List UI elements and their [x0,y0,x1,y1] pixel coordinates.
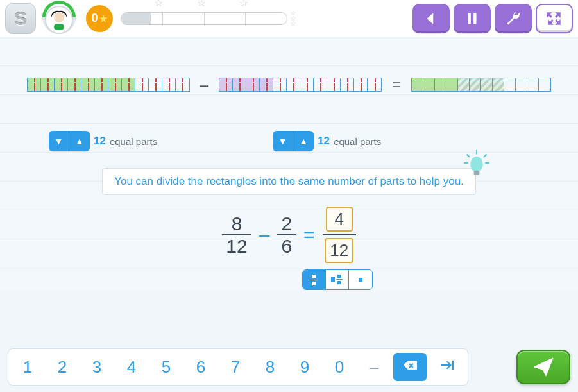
app-logo: S [5,3,36,34]
svg-line-5 [467,155,470,157]
svg-rect-17 [337,281,341,284]
parts-stepper-2: ▼ ▲ 12 equal parts [273,131,381,151]
svg-rect-2 [468,13,471,24]
denominator: 6 [277,235,296,257]
key-2[interactable]: 2 [47,353,78,381]
pause-button[interactable] [454,4,491,33]
fullscreen-button[interactable] [536,4,573,33]
fraction-icon [310,274,318,285]
key-minus[interactable]: – [359,353,389,381]
hint-text: You can divide the rectangles into the s… [102,168,476,195]
key-tab[interactable] [430,353,464,381]
key-6[interactable]: 6 [185,353,216,381]
decrease-button[interactable]: ▼ [273,131,293,151]
svg-rect-15 [337,275,341,278]
key-0[interactable]: 0 [324,353,355,381]
number-keypad: 1234567890– [8,348,468,386]
lightbulb-icon[interactable] [463,150,491,178]
key-4[interactable]: 4 [116,353,147,381]
mode-mixed-button[interactable] [326,270,349,289]
paper-plane-icon [532,355,555,379]
key-5[interactable]: 5 [151,353,182,381]
star-icon: ☆ [206,0,248,9]
key-8[interactable]: 8 [255,353,285,381]
parts-label: equal parts [110,136,157,147]
mixed-number-icon [330,274,343,285]
svg-rect-16 [336,279,343,280]
parts-value: 12 [318,135,330,148]
back-button[interactable] [412,4,450,33]
answer-fraction: 4 12 [323,207,356,263]
svg-rect-13 [312,282,316,285]
svg-rect-11 [312,275,316,278]
star-icon: ☆ [121,0,163,9]
wrench-icon [505,10,522,27]
equals-sign: = [303,224,315,246]
back-icon [423,10,439,27]
star-stack-icon: ☆☆☆ [290,11,296,26]
star-icon: ★ [99,13,108,24]
mode-fraction-button[interactable] [303,270,326,289]
equals-sign: = [389,76,404,94]
tools-button[interactable] [495,4,532,33]
score-badge: 0 ★ [86,5,113,32]
submit-button[interactable] [516,350,570,384]
fraction-bar-2[interactable] [219,78,382,92]
parts-label: equal parts [334,136,381,147]
pause-icon [464,10,480,27]
whole-number-icon [357,276,364,284]
svg-rect-10 [474,171,480,175]
key-3[interactable]: 3 [81,353,112,381]
svg-point-0 [54,12,64,22]
key-backspace[interactable] [393,353,427,381]
svg-rect-3 [473,13,476,24]
parts-stepper-1: ▼ ▲ 12 equal parts [49,131,157,151]
top-bar: S 0 ★ ☆ ☆ ☆ ☆☆☆ [0,0,578,37]
svg-rect-18 [359,278,362,282]
numerator: 8 [228,213,246,234]
key-7[interactable]: 7 [220,353,251,381]
fullscreen-icon [546,10,563,27]
numerator: 2 [277,213,296,234]
mode-whole-button[interactable] [349,270,372,289]
level-progress: ☆ ☆ ☆ ☆☆☆ [121,11,296,26]
svg-rect-14 [331,277,335,282]
fraction-right: 2 6 [277,213,296,257]
denominator: 12 [222,235,251,257]
svg-rect-12 [310,280,318,280]
svg-rect-1 [54,24,64,30]
minus-sign: – [259,224,270,246]
visual-fraction-bars: – = [10,76,568,94]
tab-icon [439,357,455,373]
answer-denominator-input[interactable]: 12 [325,238,353,263]
answer-numerator-input[interactable]: 4 [326,207,353,232]
parts-value: 12 [94,135,106,148]
increase-button[interactable]: ▲ [293,131,314,151]
increase-button[interactable]: ▲ [69,131,90,151]
key-9[interactable]: 9 [289,353,320,381]
avatar [45,6,73,34]
fraction-equation: 8 12 – 2 6 = 4 12 [10,207,568,263]
star-icon: ☆ [163,0,205,9]
fraction-bar-result [411,78,551,92]
key-1[interactable]: 1 [12,353,43,381]
backspace-icon [402,357,418,373]
svg-point-9 [470,157,483,172]
decrease-button[interactable]: ▼ [49,131,69,151]
minus-sign: – [198,76,211,94]
avatar-progress [40,2,86,35]
svg-line-6 [484,155,486,157]
score-value: 0 [91,12,98,25]
answer-format-toggle [302,269,373,290]
fraction-left: 8 12 [222,213,251,257]
fraction-bar-1[interactable] [27,78,190,92]
